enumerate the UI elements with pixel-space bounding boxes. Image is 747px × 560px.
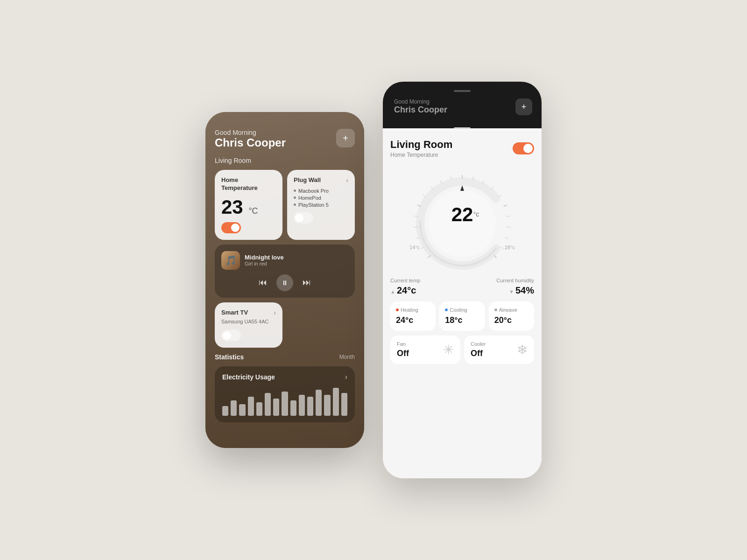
tv-toggle[interactable] — [221, 330, 241, 341]
airwave-label: Airwave — [499, 307, 517, 313]
right-room-title: Living Room — [390, 139, 452, 151]
temp-unit: °C — [248, 206, 258, 216]
elec-title: Electricity Usage — [222, 373, 275, 381]
heating-label: Heating — [401, 307, 418, 313]
svg-line-19 — [507, 227, 511, 228]
music-artist: Girl in red — [245, 261, 284, 266]
album-art: 🎵 — [221, 251, 240, 270]
cooling-card[interactable]: Cooling 18°c — [439, 301, 485, 331]
current-temp-box: Current temp ▲ 24°c — [390, 278, 459, 296]
thermostat-dial: 22 °c 14°c 28°c — [390, 168, 534, 270]
add-button-left[interactable]: + — [336, 129, 355, 147]
cooling-value: 18°c — [445, 315, 479, 325]
stats-label: Statistics — [215, 353, 244, 361]
svg-text:28°c: 28°c — [505, 245, 515, 250]
airwave-card[interactable]: Airwave 20°c — [489, 301, 534, 331]
right-sub: Home Temperature — [390, 152, 452, 158]
prev-button[interactable]: ⏮ — [259, 278, 267, 287]
greeting-small-left: Good Morning — [215, 129, 286, 136]
next-button[interactable]: ⏭ — [303, 278, 311, 287]
svg-line-21 — [500, 247, 504, 249]
svg-text:°c: °c — [473, 210, 479, 218]
svg-line-20 — [505, 238, 508, 238]
mode-cards: Heating 24°c Cooling 18°c Airwave 20°c — [390, 301, 534, 331]
cooler-card[interactable]: Cooler Off ❄ — [464, 336, 534, 364]
current-temp-value: ▲ 24°c — [390, 285, 459, 296]
plug-card: Plug Wall › Macbook Pro HomePod PlayStat… — [287, 170, 355, 240]
tv-card: Smart TV › Samsung UA55 4AC — [215, 302, 282, 348]
current-humidity-box: Current humidity ▼ 54% — [465, 278, 534, 296]
stats-period: Month — [339, 354, 355, 360]
svg-line-18 — [507, 216, 510, 217]
temp-value: 23 — [221, 196, 243, 218]
music-card: 🎵 Midnight love Girl in red ⏮ ⏸ ⏭ — [215, 245, 355, 298]
airwave-value: 20°c — [494, 315, 529, 325]
temp-toggle[interactable] — [221, 222, 241, 233]
phone-left: Good Morning Chris Cooper + Living Room … — [205, 112, 364, 448]
electricity-card: Electricity Usage › — [215, 366, 355, 422]
elec-arrow[interactable]: › — [345, 373, 347, 381]
plug-item-2: HomePod — [294, 195, 348, 201]
bottom-cards: Fan Off ✳ Cooler Off ❄ — [390, 336, 534, 364]
cooler-label: Cooler — [471, 341, 486, 347]
greeting-name-left: Chris Cooper — [215, 136, 286, 149]
temp-card-title2: Temperature — [221, 184, 258, 191]
top-greeting-small: Good Morning — [394, 98, 530, 105]
music-title: Midnight love — [245, 254, 284, 261]
heating-card[interactable]: Heating 24°c — [390, 301, 436, 331]
current-humidity-value: ▼ 54% — [465, 285, 534, 296]
plug-items: Macbook Pro HomePod PlayStation 5 — [294, 188, 348, 208]
fan-card[interactable]: Fan Off ✳ — [390, 336, 460, 364]
pause-button[interactable]: ⏸ — [276, 274, 293, 291]
plug-card-title: Plug Wall — [294, 176, 321, 184]
current-temp-label: Current temp — [390, 278, 459, 283]
cooler-value: Off — [471, 349, 486, 358]
heating-value: 24°c — [396, 315, 430, 325]
tv-subtitle: Samsung UA55 4AC — [221, 319, 276, 324]
fan-value: Off — [397, 349, 409, 358]
plug-toggle[interactable] — [294, 212, 313, 224]
cooler-icon: ❄ — [517, 342, 528, 357]
phone-right: Good Morning Chris Cooper + Living Room … — [383, 82, 542, 478]
tv-card-arrow[interactable]: › — [274, 309, 276, 316]
temp-card-title1: Home — [221, 176, 238, 183]
tv-card-title: Smart TV — [221, 309, 248, 317]
plug-item-3: PlayStation 5 — [294, 202, 348, 208]
svg-marker-24 — [460, 185, 464, 191]
top-greeting-name: Chris Cooper — [394, 105, 530, 115]
fan-label: Fan — [397, 341, 409, 347]
plug-item-1: Macbook Pro — [294, 188, 348, 194]
bar-chart — [222, 388, 347, 416]
plug-card-arrow[interactable]: › — [346, 176, 348, 184]
svg-text:22: 22 — [451, 203, 473, 225]
room-toggle[interactable] — [513, 142, 534, 154]
svg-line-17 — [504, 205, 507, 206]
current-stats: Current temp ▲ 24°c Current humidity ▼ 5… — [390, 278, 534, 296]
svg-line-5 — [414, 227, 417, 228]
cooling-label: Cooling — [450, 307, 467, 313]
current-humidity-label: Current humidity — [465, 278, 534, 283]
temp-card: Home Temperature 23 °C — [215, 170, 282, 240]
fan-icon: ✳ — [443, 342, 454, 357]
section-label-left: Living Room — [215, 157, 355, 164]
add-button-right[interactable]: + — [515, 98, 532, 115]
svg-text:14°c: 14°c — [409, 245, 420, 250]
